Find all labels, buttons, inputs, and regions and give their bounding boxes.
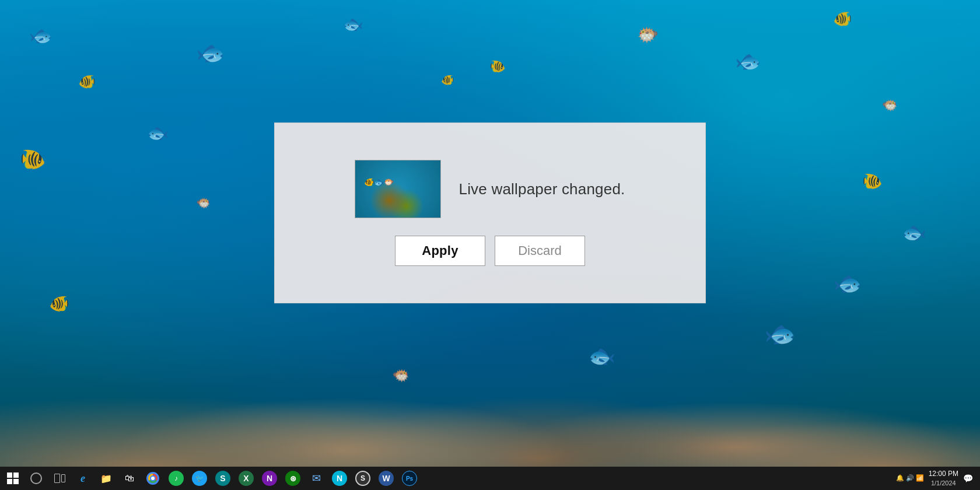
date-display: 1/1/2024 (929, 479, 958, 487)
task-view-button[interactable] (49, 468, 70, 489)
twitter-icon: 🐦 (192, 471, 207, 486)
mail-button[interactable]: ✉ (306, 468, 327, 489)
edge-button[interactable]: e (72, 468, 93, 489)
edge-n-button[interactable]: N (329, 468, 350, 489)
file-explorer-button[interactable]: 📁 (96, 468, 117, 489)
word-button[interactable]: W (376, 468, 397, 489)
xbox-button[interactable]: ⊛ (282, 468, 303, 489)
taskbar-right: 🔔 🔊 📶 12:00 PM 1/1/2024 💬 (896, 470, 978, 487)
store-icon: 🛍 (125, 473, 134, 484)
edge-n-icon: N (332, 471, 347, 486)
edge-icon: e (80, 473, 85, 485)
spotify-button[interactable]: ♪ (166, 468, 187, 489)
chrome-icon (146, 472, 159, 485)
wallpaper-thumbnail (355, 160, 441, 218)
twitter-button[interactable]: 🐦 (189, 468, 210, 489)
word-icon: W (379, 471, 394, 486)
sonos-icon: S (355, 471, 370, 486)
wallpaper-change-dialog: Live wallpaper changed. Apply Discard (274, 123, 706, 303)
photoshop-button[interactable]: Ps (399, 468, 420, 489)
file-explorer-icon: 📁 (100, 473, 112, 484)
coral-reef (0, 303, 980, 467)
apply-button[interactable]: Apply (395, 236, 485, 266)
start-button[interactable] (2, 468, 23, 489)
sway-icon: S (215, 471, 230, 486)
spotify-icon: ♪ (169, 471, 184, 486)
cortana-button[interactable] (26, 468, 47, 489)
photoshop-icon: Ps (402, 471, 417, 486)
dialog-message: Live wallpaper changed. (459, 180, 625, 198)
cortana-circle (30, 473, 42, 484)
clock[interactable]: 12:00 PM 1/1/2024 (929, 470, 958, 487)
dialog-buttons: Apply Discard (372, 236, 608, 278)
onenote-icon: N (262, 471, 277, 486)
excel-button[interactable]: X (236, 468, 257, 489)
chrome-button[interactable] (142, 468, 163, 489)
system-tray: 🔔 🔊 📶 (896, 474, 924, 482)
task-view-icon (54, 474, 65, 483)
mail-icon: ✉ (312, 472, 321, 485)
notification-icon[interactable]: 💬 (963, 474, 973, 483)
xbox-icon: ⊛ (285, 471, 300, 486)
onenote-button[interactable]: N (259, 468, 280, 489)
windows-logo (7, 473, 19, 484)
sonos-button[interactable]: S (352, 468, 373, 489)
store-button[interactable]: 🛍 (119, 468, 140, 489)
dialog-content: Live wallpaper changed. (331, 148, 648, 218)
sway-button[interactable]: S (212, 468, 233, 489)
taskbar: e 📁 🛍 ♪ 🐦 S X N ⊛ ✉ N (0, 467, 980, 490)
excel-icon: X (239, 471, 254, 486)
time-display: 12:00 PM (929, 470, 958, 479)
discard-button[interactable]: Discard (495, 236, 585, 266)
